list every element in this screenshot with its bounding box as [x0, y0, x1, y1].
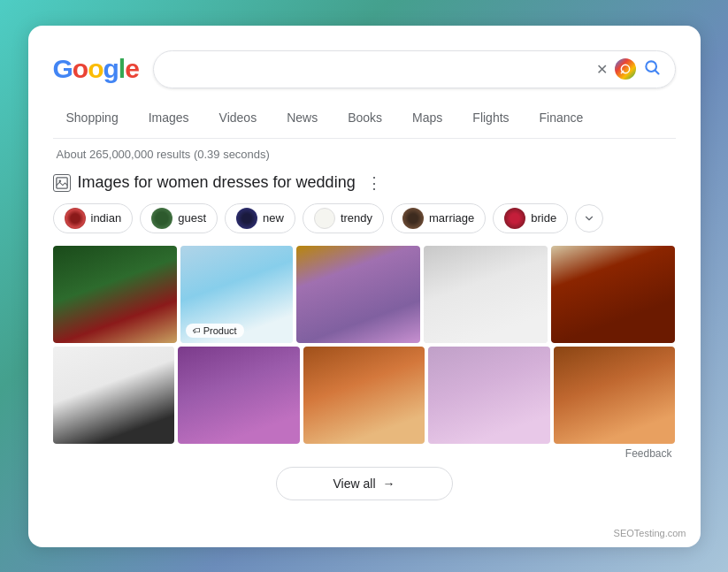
chip-new-label: new — [263, 211, 284, 225]
clear-icon[interactable]: ✕ — [596, 61, 608, 78]
image-row-1: 🏷 Product — [53, 246, 676, 343]
chip-new-avatar — [236, 208, 257, 229]
chip-guest[interactable]: guest — [140, 203, 218, 233]
tab-news[interactable]: News — [273, 103, 331, 133]
search-bar: women dresses for wedding ✕ — [153, 50, 676, 88]
arrow-right-icon: → — [383, 477, 395, 491]
filter-chips: indian guest new trendy marriage bride — [53, 203, 676, 233]
svg-point-5 — [58, 179, 61, 182]
chip-indian-avatar — [65, 208, 86, 229]
images-section-title: Images for women dresses for wedding — [78, 173, 356, 192]
chip-bride-label: bride — [531, 211, 556, 225]
image-7[interactable] — [178, 347, 300, 444]
tab-shopping[interactable]: Shopping — [53, 103, 132, 133]
header: Google women dresses for wedding ✕ — [53, 50, 676, 88]
image-8[interactable] — [303, 347, 425, 444]
chip-trendy-label: trendy — [341, 211, 372, 225]
image-9[interactable] — [428, 347, 550, 444]
chip-indian-label: indian — [91, 211, 122, 225]
chip-guest-label: guest — [178, 211, 206, 225]
lens-icon[interactable] — [615, 58, 636, 80]
image-6[interactable] — [53, 347, 175, 444]
chip-trendy[interactable]: trendy — [303, 203, 384, 233]
google-logo: Google — [53, 54, 139, 84]
image-10[interactable] — [554, 347, 676, 444]
chip-bride-avatar — [504, 208, 525, 229]
image-1[interactable] — [53, 246, 177, 343]
image-row-2 — [53, 347, 676, 444]
chip-bride[interactable]: bride — [493, 203, 568, 233]
image-4[interactable] — [424, 246, 548, 343]
tab-images[interactable]: Images — [135, 103, 203, 133]
chip-trendy-avatar — [314, 208, 335, 229]
tab-books[interactable]: Books — [334, 103, 395, 133]
product-badge: 🏷 Product — [186, 324, 244, 338]
search-input[interactable]: women dresses for wedding — [168, 62, 589, 77]
chip-marriage-avatar — [402, 208, 424, 229]
images-section-icon — [53, 174, 71, 192]
chip-marriage[interactable]: marriage — [391, 203, 486, 233]
view-all-button[interactable]: View all → — [276, 467, 453, 500]
main-card: Google women dresses for wedding ✕ Shopp… — [28, 26, 701, 547]
search-icon[interactable] — [643, 58, 661, 80]
tab-maps[interactable]: Maps — [399, 103, 456, 133]
chip-marriage-label: marriage — [429, 211, 474, 225]
nav-tabs: Shopping Images Videos News Books Maps F… — [53, 103, 676, 139]
svg-line-3 — [655, 70, 658, 73]
more-options-icon[interactable]: ⋮ — [366, 173, 382, 193]
tab-finance[interactable]: Finance — [526, 103, 597, 133]
feedback-label: Feedback — [53, 447, 676, 460]
view-all-label: View all — [333, 477, 376, 491]
chip-guest-avatar — [151, 208, 172, 229]
image-2[interactable]: 🏷 Product — [180, 246, 293, 343]
tab-videos[interactable]: Videos — [206, 103, 271, 133]
tab-flights[interactable]: Flights — [459, 103, 522, 133]
images-section-header: Images for women dresses for wedding ⋮ — [53, 173, 676, 193]
image-3[interactable] — [296, 246, 420, 343]
image-5[interactable] — [551, 246, 675, 343]
chip-expand-button[interactable] — [575, 204, 603, 233]
chip-indian[interactable]: indian — [53, 203, 134, 233]
svg-rect-4 — [56, 177, 66, 187]
results-count: About 265,000,000 results (0.39 seconds) — [53, 148, 676, 161]
chip-new[interactable]: new — [225, 203, 295, 233]
seo-watermark: SEOTesting.com — [614, 528, 686, 538]
